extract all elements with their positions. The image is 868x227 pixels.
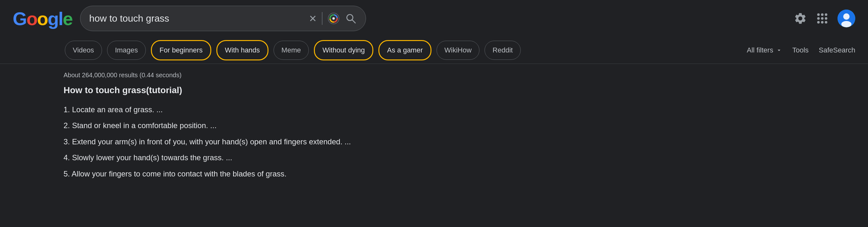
tab-meme[interactable]: Meme <box>274 41 309 60</box>
tab-wikihow[interactable]: WikiHow <box>437 41 480 60</box>
clear-search-icon[interactable]: ✕ <box>309 13 317 24</box>
search-input[interactable] <box>89 13 304 24</box>
logo-o1: o <box>26 8 37 29</box>
svg-line-3 <box>352 20 355 23</box>
search-submit-icon[interactable] <box>345 12 357 25</box>
logo-o2: o <box>37 8 48 29</box>
tab-for-beginners[interactable]: For beginners <box>151 40 211 60</box>
tab-reddit[interactable]: Reddit <box>485 41 521 60</box>
tab-with-hands[interactable]: With hands <box>216 40 269 60</box>
header-right <box>794 9 855 27</box>
svg-point-1 <box>332 17 335 20</box>
result-step-3: 3. Extend your arm(s) in front of you, w… <box>64 134 855 150</box>
settings-icon[interactable] <box>794 12 807 25</box>
chevron-down-icon <box>776 47 782 53</box>
google-logo[interactable]: Google <box>13 8 72 29</box>
result-title: How to touch grass(tutorial) <box>64 85 855 95</box>
svg-point-6 <box>841 21 851 27</box>
all-filters-label: All filters <box>747 46 773 54</box>
safesearch-button[interactable]: SafeSearch <box>819 46 855 54</box>
logo-e: e <box>63 8 72 29</box>
result-step-5: 5. Allow your fingers to come into conta… <box>64 166 855 182</box>
svg-point-5 <box>843 13 849 20</box>
result-step-2: 2. Stand or kneel in a comfortable posit… <box>64 118 855 134</box>
all-filters-button[interactable]: All filters <box>747 46 782 54</box>
logo-gl: gl <box>48 8 63 29</box>
results-count: About 264,000,000 results (0.44 seconds) <box>64 72 855 79</box>
search-divider <box>322 12 322 25</box>
apps-icon[interactable] <box>817 13 827 24</box>
result-step-4: 4. Slowly lower your hand(s) towards the… <box>64 150 855 166</box>
google-lens-icon[interactable] <box>328 12 340 25</box>
results-area: About 264,000,000 results (0.44 seconds)… <box>0 64 868 190</box>
avatar[interactable] <box>837 9 855 27</box>
nav-right: All filters Tools SafeSearch <box>747 46 855 54</box>
nav-tabs: VideosImagesFor beginnersWith handsMemeW… <box>0 37 868 64</box>
logo-g: G <box>13 8 26 29</box>
tab-as-a-gamer[interactable]: As a gamer <box>378 40 431 60</box>
tab-videos[interactable]: Videos <box>65 41 102 60</box>
result-step-1: 1. Locate an area of grass. ... <box>64 102 855 118</box>
result-list: 1. Locate an area of grass. ...2. Stand … <box>64 102 855 182</box>
search-bar[interactable]: ✕ <box>80 6 366 31</box>
tab-without-dying[interactable]: Without dying <box>314 40 373 60</box>
tools-button[interactable]: Tools <box>793 46 809 54</box>
header: Google ✕ <box>0 0 868 37</box>
tab-images[interactable]: Images <box>107 41 146 60</box>
